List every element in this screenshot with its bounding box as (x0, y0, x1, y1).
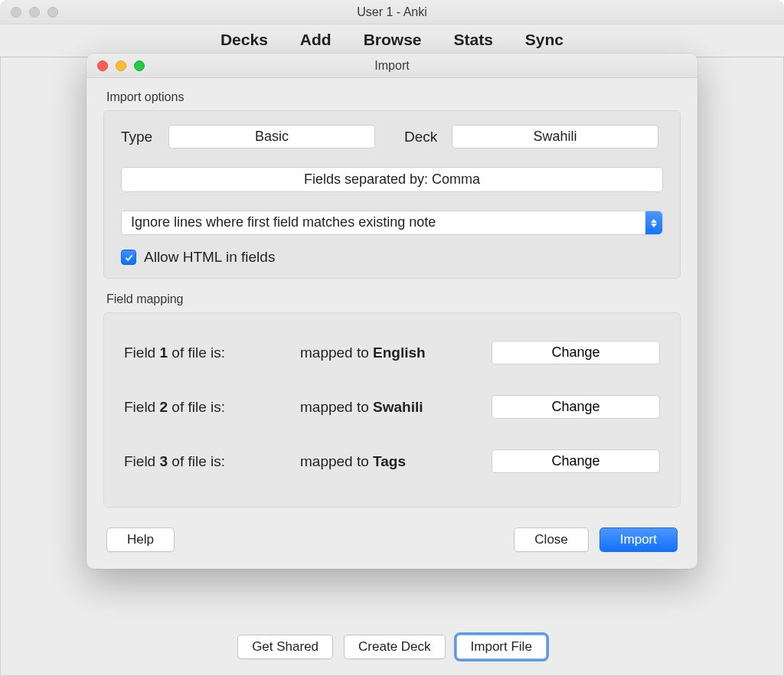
type-label: Type (121, 129, 168, 145)
allow-html-checkbox[interactable] (121, 250, 136, 265)
close-button[interactable]: Close (514, 527, 588, 552)
change-mapping-button[interactable]: Change (492, 395, 660, 419)
chevron-updown-icon (645, 211, 662, 234)
field-mapping-row: Field 3 of file is:mapped to TagsChange (124, 449, 660, 473)
field-index-label: Field 1 of file is: (124, 345, 300, 361)
maximize-icon[interactable] (134, 60, 145, 71)
deck-select[interactable]: Swahili (452, 125, 658, 149)
dialog-footer: Help Close Import (103, 527, 681, 552)
dialog-title: Import (87, 59, 697, 73)
nav-add[interactable]: Add (300, 31, 332, 49)
import-file-button[interactable]: Import File (456, 635, 547, 659)
nav-stats[interactable]: Stats (454, 31, 493, 49)
field-target-label: mapped to Swahili (300, 399, 484, 416)
get-shared-button[interactable]: Get Shared (237, 635, 333, 659)
main-nav: Decks Add Browse Stats Sync (0, 24, 784, 57)
field-target-label: mapped to English (300, 345, 484, 361)
nav-sync[interactable]: Sync (525, 31, 564, 49)
dialog-body: Import options Type Basic Deck Swahili F… (87, 78, 697, 569)
allow-html-label: Allow HTML in fields (144, 249, 275, 266)
nav-browse[interactable]: Browse (364, 31, 422, 49)
separator-button[interactable]: Fields separated by: Comma (121, 167, 663, 192)
type-select[interactable]: Basic (168, 125, 375, 149)
import-dialog: Import Import options Type Basic Deck Sw… (87, 54, 697, 569)
main-titlebar: User 1 - Anki (0, 0, 784, 24)
existing-notes-select[interactable]: Ignore lines where first field matches e… (121, 211, 663, 235)
minimize-icon[interactable] (29, 7, 40, 18)
create-deck-button[interactable]: Create Deck (344, 635, 445, 659)
deck-label: Deck (404, 129, 452, 145)
main-window: User 1 - Anki Decks Add Browse Stats Syn… (0, 0, 784, 676)
close-icon[interactable] (11, 7, 21, 18)
field-mapping-row: Field 2 of file is:mapped to SwahiliChan… (124, 395, 660, 419)
help-button[interactable]: Help (106, 527, 175, 552)
maximize-icon[interactable] (47, 7, 58, 18)
field-mapping-panel: Field 1 of file is:mapped to EnglishChan… (103, 312, 681, 508)
import-options-label: Import options (106, 90, 678, 104)
main-window-title: User 1 - Anki (0, 5, 784, 19)
traffic-lights-inactive (11, 7, 58, 18)
minimize-icon[interactable] (116, 60, 126, 71)
field-target-label: mapped to Tags (300, 453, 484, 470)
change-mapping-button[interactable]: Change (492, 341, 660, 364)
field-mapping-label: Field mapping (106, 292, 678, 306)
field-index-label: Field 3 of file is: (124, 453, 300, 470)
change-mapping-button[interactable]: Change (492, 449, 660, 473)
import-options-panel: Type Basic Deck Swahili Fields separated… (103, 110, 681, 279)
dialog-titlebar: Import (87, 54, 697, 78)
main-footer: Get Shared Create Deck Import File (0, 635, 784, 659)
import-button[interactable]: Import (599, 527, 678, 552)
existing-notes-value: Ignore lines where first field matches e… (122, 211, 645, 234)
field-index-label: Field 2 of file is: (124, 399, 300, 416)
traffic-lights (97, 60, 145, 71)
close-icon[interactable] (97, 60, 108, 71)
nav-decks[interactable]: Decks (220, 31, 268, 49)
field-mapping-row: Field 1 of file is:mapped to EnglishChan… (124, 341, 660, 364)
